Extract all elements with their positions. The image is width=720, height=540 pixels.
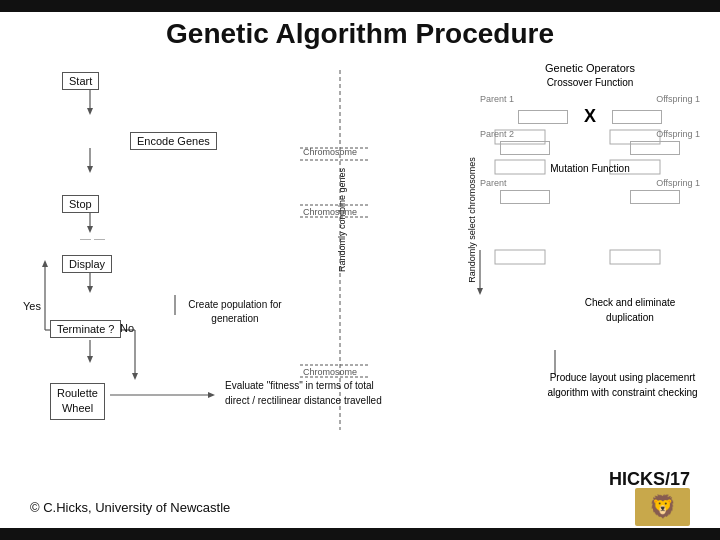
svg-marker-3 <box>87 166 93 173</box>
slide-number: HICKS/17 <box>609 469 690 490</box>
top-bar <box>0 0 720 12</box>
mutation-boxes <box>475 190 705 204</box>
offspring1-box-bottom <box>630 141 680 155</box>
footer: © C.Hicks, University of Newcastle 🦁 <box>0 488 720 526</box>
svg-text:Randomly combine genes: Randomly combine genes <box>337 167 347 272</box>
svg-rect-39 <box>610 250 660 264</box>
svg-text:Chromosome: Chromosome <box>303 147 357 157</box>
crossover-row2-labels: Parent 2 Offspring 1 <box>475 129 705 139</box>
encode-genes-box: Encode Genes <box>130 132 217 150</box>
svg-marker-15 <box>132 373 138 380</box>
svg-marker-1 <box>87 108 93 115</box>
check-eliminate-label: Check and eliminate duplication <box>565 295 695 325</box>
svg-marker-32 <box>477 288 483 295</box>
parent1-label: Parent 1 <box>480 94 514 104</box>
svg-text:🦁: 🦁 <box>649 493 677 520</box>
svg-marker-12 <box>42 260 48 267</box>
svg-marker-17 <box>208 392 215 398</box>
svg-rect-38 <box>495 250 545 264</box>
stop-box: Stop <box>62 195 99 213</box>
page-title: Genetic Algorithm Procedure <box>0 18 720 50</box>
university-logo: 🦁 <box>635 488 690 526</box>
svg-marker-9 <box>87 356 93 363</box>
offspring1-label-bottom: Offspring 1 <box>656 129 700 139</box>
svg-text:Chromosome: Chromosome <box>303 207 357 217</box>
svg-text:Chromosome: Chromosome <box>303 367 357 377</box>
evaluate-fitness-label: Evaluate "fitness" in terms of total dir… <box>225 378 385 408</box>
mutation-title: Mutation Function <box>475 163 705 174</box>
copyright-text: © C.Hicks, University of Newcastle <box>30 500 230 515</box>
crossover-header-row: Parent 1 Offspring 1 <box>475 94 705 104</box>
start-box: Start <box>62 72 99 90</box>
terminate-box: Terminate ? <box>50 320 121 338</box>
x-crossover-area: X <box>475 106 705 127</box>
genetic-operators-title: Genetic Operators <box>475 62 705 74</box>
mutation-header: Parent Offspring 1 <box>475 178 705 188</box>
parent2-box <box>500 141 550 155</box>
offspring1-label-top: Offspring 1 <box>656 94 700 104</box>
parent2-label: Parent 2 <box>480 129 514 139</box>
produce-layout-label: Produce layout using placemenrt algorith… <box>540 370 705 400</box>
x-symbol: X <box>584 106 596 127</box>
offspring-m-label: Offspring 1 <box>656 178 700 188</box>
bottom-bar <box>0 528 720 540</box>
svg-marker-7 <box>87 286 93 293</box>
parent1-box <box>518 110 568 124</box>
crossover-title: Crossover Function <box>475 77 705 88</box>
yes-label: Yes <box>23 300 41 312</box>
create-population-label: Create population for generation <box>170 298 300 326</box>
parent-m-label: Parent <box>480 178 507 188</box>
mutation-parent-box <box>500 190 550 204</box>
roulette-wheel-box: RouletteWheel <box>50 383 105 420</box>
genetic-operators-panel: Genetic Operators Crossover Function Par… <box>475 62 705 212</box>
offspring1-box-top <box>612 110 662 124</box>
mutation-offspring-box <box>630 190 680 204</box>
no-label: No <box>120 322 134 334</box>
dash-line-1: — — <box>80 232 105 244</box>
display-box: Display <box>62 255 112 273</box>
parent2-area <box>475 141 705 155</box>
